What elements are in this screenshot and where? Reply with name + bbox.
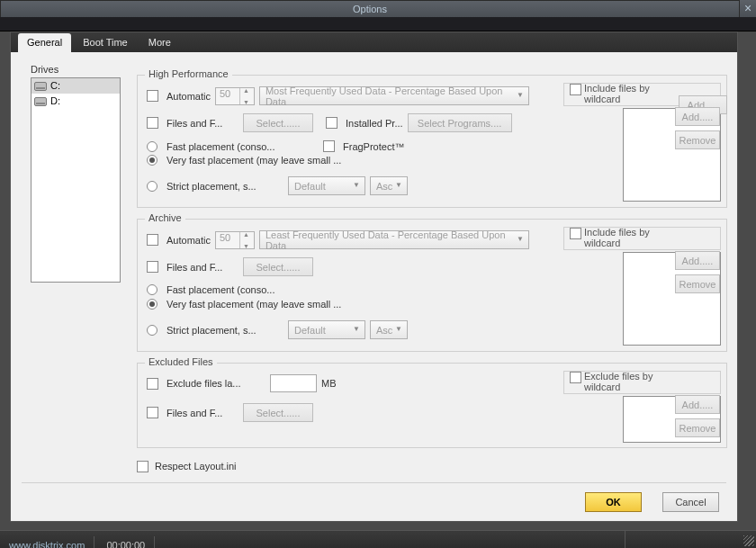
cancel-button[interactable]: Cancel [662, 492, 719, 512]
ex-exclude-wildcard-label: Exclude files by wildcard [584, 371, 652, 392]
hp-files-checkbox[interactable] [147, 117, 158, 129]
ar-strict-combo[interactable]: Default [288, 320, 365, 339]
hdd-icon [34, 82, 47, 91]
hp-fragprotect-label: FragProtect™ [343, 141, 404, 152]
ex-wildcard-remove-button[interactable]: Remove [675, 418, 720, 437]
ar-veryfast-radio[interactable] [147, 299, 158, 310]
ex-select-files-button[interactable]: Select...... [243, 403, 313, 422]
high-performance-group: High Performance Automatic 50 Most Frequ… [137, 75, 727, 208]
hp-veryfast-label: Very fast placement (may leave small ... [166, 155, 341, 166]
ar-wildcard-add-button[interactable]: Add..... [675, 251, 720, 270]
options-dialog: General Boot Time More Drives C: D: High… [10, 31, 738, 522]
ar-files-checkbox[interactable] [147, 261, 158, 273]
hp-installed-checkbox[interactable] [326, 117, 338, 129]
drive-label: C: [50, 78, 60, 94]
window-title: Options [353, 4, 387, 14]
separator [22, 482, 726, 483]
respect-layout-checkbox[interactable] [137, 461, 148, 472]
status-bar: www.disktrix.com 00:00:00 [0, 530, 756, 548]
ar-wildcard-group: Include files by wildcard [563, 227, 721, 250]
hp-select-files-button[interactable]: Select...... [243, 113, 313, 132]
hp-wildcard-remove-button[interactable]: Remove [675, 130, 720, 149]
group-legend: Archive [145, 212, 185, 223]
titlebar: Options [0, 0, 740, 17]
ex-larger-label: Exclude files la... [166, 378, 266, 389]
ex-size-input[interactable] [270, 374, 317, 392]
hp-fast-radio[interactable] [147, 141, 158, 152]
hp-include-wildcard-label: Include files by wildcard [584, 83, 650, 104]
hp-automatic-label: Automatic [166, 91, 211, 102]
menubar-strip [0, 17, 756, 31]
ar-strict-label: Strict placement, s... [166, 325, 284, 336]
outer-window: Options × General Boot Time More Drives … [0, 0, 756, 548]
ex-exclude-wildcard-checkbox[interactable] [570, 372, 581, 383]
status-time: 00:00:00 [97, 536, 155, 548]
tab-strip: General Boot Time More [11, 32, 737, 52]
ar-fast-radio[interactable] [147, 284, 158, 295]
ar-include-wildcard-checkbox[interactable] [570, 228, 581, 239]
drive-item-d[interactable]: D: [32, 94, 120, 109]
hdd-icon [34, 97, 47, 106]
ex-files-label: Files and F... [166, 408, 238, 418]
ex-files-checkbox[interactable] [147, 407, 158, 418]
hp-include-wildcard-checkbox[interactable] [570, 84, 581, 95]
hp-strict-label: Strict placement, s... [166, 181, 284, 192]
tab-more[interactable]: More [140, 33, 180, 52]
hp-strict-radio[interactable] [147, 181, 158, 192]
ar-automatic-label: Automatic [166, 235, 211, 246]
ar-wildcard-remove-button[interactable]: Remove [675, 274, 720, 293]
ar-order-combo[interactable]: Asc [370, 320, 408, 339]
excluded-files-group: Excluded Files Exclude files la... MB Fi… [137, 363, 727, 448]
ar-automatic-spinner[interactable]: 50 [215, 231, 255, 249]
respect-layout-label: Respect Layout.ini [155, 461, 237, 472]
close-button[interactable]: × [740, 0, 756, 17]
ex-wildcard-group: Exclude files by wildcard [563, 371, 721, 394]
ar-strict-radio[interactable] [147, 325, 158, 336]
tab-boot-time[interactable]: Boot Time [74, 33, 137, 52]
hp-automatic-combo[interactable]: Most Frequently Used Data - Percentage B… [259, 86, 529, 105]
drive-label: D: [50, 94, 60, 109]
hp-select-programs-button[interactable]: Select Programs.... [408, 113, 512, 132]
hp-files-label: Files and F... [166, 118, 238, 129]
hp-veryfast-radio[interactable] [147, 155, 158, 166]
ar-select-files-button[interactable]: Select...... [243, 257, 313, 276]
ar-include-wildcard-label: Include files by wildcard [584, 227, 650, 248]
ok-button[interactable]: OK [585, 492, 642, 512]
hp-wildcard-add-button[interactable]: Add..... [675, 107, 720, 126]
group-legend: High Performance [145, 68, 232, 79]
group-legend: Excluded Files [145, 356, 217, 367]
hp-fast-label: Fast placement (conso... [166, 141, 310, 152]
hp-fragprotect-checkbox[interactable] [323, 140, 335, 152]
archive-group: Archive Automatic 50 Least Frequently Us… [137, 219, 727, 352]
drives-label: Drives [31, 64, 58, 75]
status-empty [158, 531, 626, 548]
ar-files-label: Files and F... [166, 262, 238, 273]
status-url[interactable]: www.disktrix.com [0, 536, 94, 548]
hp-strict-combo[interactable]: Default [288, 176, 365, 195]
ex-larger-checkbox[interactable] [147, 378, 158, 390]
hp-automatic-checkbox[interactable] [147, 90, 158, 102]
hp-order-combo[interactable]: Asc [370, 176, 408, 195]
ar-veryfast-label: Very fast placement (may leave small ... [166, 299, 341, 310]
ex-wildcard-add-button[interactable]: Add..... [675, 395, 720, 414]
hp-installed-label: Installed Pr... [346, 118, 403, 129]
ar-fast-label: Fast placement (conso... [166, 284, 274, 295]
tab-general[interactable]: General [18, 33, 71, 52]
ar-automatic-checkbox[interactable] [147, 234, 158, 246]
ar-automatic-combo[interactable]: Least Frequently Used Data - Percentage … [259, 230, 529, 249]
drive-item-c[interactable]: C: [32, 78, 120, 94]
hp-automatic-spinner[interactable]: 50 [215, 87, 255, 105]
resize-grip[interactable] [743, 535, 754, 546]
drives-list[interactable]: C: D: [31, 77, 121, 283]
mb-label: MB [321, 378, 337, 389]
